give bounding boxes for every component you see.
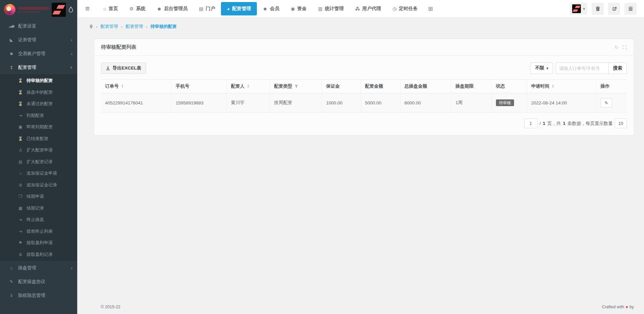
external-link-button[interactable]	[608, 3, 620, 15]
nav-item-user-agent[interactable]: ⁂ 用户代理	[350, 0, 387, 17]
col-margin: 保证金	[322, 80, 361, 93]
sort-icon[interactable]	[121, 84, 124, 88]
pie-chart-icon: ◕	[227, 6, 230, 11]
sidebar-item-label: 配资管理	[18, 64, 36, 71]
sort-icon[interactable]	[247, 84, 249, 88]
col-period: 操盘期限	[451, 80, 492, 93]
portal-icon: ▤	[199, 6, 203, 11]
nav-item-funds[interactable]: ◉ 资金	[285, 0, 312, 17]
breadcrumb-link[interactable]: 配资管理	[126, 24, 143, 30]
card-body: 导出EXCEL表 不限 ▾ 搜索	[94, 56, 634, 135]
external-link-icon	[612, 6, 617, 11]
expand-icon[interactable]	[623, 45, 627, 49]
pages-suffix: 页，共	[547, 121, 561, 127]
fast-forward-icon: ↠	[17, 217, 24, 222]
sidebar-subitem-add-margin-application[interactable]: ⌂ 追加保证金申请	[0, 168, 77, 179]
pagination: / 1 页，共 1 条数据，每页显示数量	[101, 119, 627, 128]
menu-list-button[interactable]: ≣	[625, 3, 637, 15]
bank-icon: ⌂	[17, 171, 24, 176]
grid-icon[interactable]: ⊞	[423, 5, 438, 12]
card-header: 待审核配资列表 ↻	[94, 39, 634, 56]
step-forward-icon: ⇥	[17, 113, 24, 118]
nav-item-statistics[interactable]: ▥ 统计管理	[312, 0, 349, 17]
nav-item-system[interactable]: ⚙ 系统	[124, 0, 151, 17]
avatar-dropdown-button[interactable]: ▾	[570, 3, 587, 15]
search-button[interactable]: 搜索	[608, 62, 627, 74]
sidebar-subitem-withdraw-profit-application[interactable]: ⚑ 提取盈利申请	[0, 237, 77, 249]
cell-apply-time: 2022-08-24 14:00	[527, 93, 596, 113]
refresh-icon[interactable]: ↻	[614, 45, 618, 50]
sidebar-item-allocation-settings[interactable]: ▂▄▆ 配资设置	[0, 19, 77, 33]
sidebar-item-securities-management[interactable]: ◣ 证券管理 ‹	[0, 33, 77, 47]
cell-period: 1周	[451, 93, 492, 113]
pagination-separator: /	[540, 121, 541, 126]
export-excel-button[interactable]: 导出EXCEL表	[101, 62, 146, 74]
nav-item-admin[interactable]: ☻ 后台管理员	[151, 0, 193, 17]
brand-logo	[4, 4, 15, 15]
page-input[interactable]	[524, 119, 538, 128]
filter-dropdown[interactable]: 不限 ▾	[530, 62, 553, 74]
nav-label: 首页	[108, 6, 118, 12]
pending-allocations-table: 订单号 手机号 配资人 配资类型 保证金 配资金额 总操盘金额 操盘期限 状态 …	[101, 79, 627, 113]
nav-item-allocation-management[interactable]: ◕ 配资管理	[221, 2, 257, 15]
sidebar-item-trading-account-management[interactable]: ☻ 交易账户管理 ‹	[0, 47, 77, 60]
subitem-label: 提取盈利申请	[27, 240, 53, 246]
bank-icon: ⌂	[8, 265, 15, 270]
subitem-label: 续期申请	[27, 193, 44, 199]
sidebar-subitem-expand-application[interactable]: ♙ 扩大配资申请	[0, 144, 77, 156]
hourglass-icon: ⌛	[17, 101, 24, 106]
money-icon: ◉	[291, 6, 295, 11]
list-lines-icon: ≣	[17, 252, 24, 257]
signal-icon: ▂▄▆	[8, 25, 15, 28]
main-area: ≡ ⌂ 首页 ⚙ 系统 ☻ 后台管理员 ▤ 门户	[77, 0, 644, 314]
search-input[interactable]	[556, 62, 609, 74]
hamburger-icon[interactable]: ≡	[77, 5, 98, 12]
page-size-input[interactable]	[615, 119, 627, 128]
edit-row-button[interactable]: ✎	[601, 98, 612, 107]
location-pin-icon	[89, 24, 93, 29]
sidebar-item-operation-management[interactable]: ⌂ 操盘管理 ‹	[0, 261, 77, 275]
card-title: 待审核配资列表	[101, 44, 136, 50]
sidebar-subitem-finished[interactable]: ⌛ 已结束配资	[0, 133, 77, 145]
sidebar-item-allocation-agreement[interactable]: ✎ 配资操盘协议	[0, 275, 77, 288]
sort-icon[interactable]	[552, 84, 554, 88]
nav-item-scheduled-tasks[interactable]: ◷ 定时任务	[387, 0, 423, 17]
breadcrumb: 配资管理 配资管理 待审核的配资	[77, 18, 644, 34]
nav-item-portal[interactable]: ▤ 门户	[193, 0, 221, 17]
pending-list-card: 待审核配资列表 ↻ 导出EXCEL表	[94, 38, 634, 135]
total-pages: 1	[543, 121, 545, 126]
col-order-no: 订单号	[101, 80, 172, 93]
sidebar-subitem-pending-review[interactable]: ⌛ 待审核的配资	[0, 75, 77, 87]
sidebar-subitem-withdraw-profit-records[interactable]: ≣ 提取盈利记录	[0, 249, 77, 261]
breadcrumb-link[interactable]: 配资管理	[100, 24, 118, 30]
sidebar-subitem-expand-records[interactable]: ▤ 扩大配资记录	[0, 156, 77, 168]
area-chart-icon: ◣	[8, 37, 15, 42]
sidebar-item-ex-rights-management[interactable]: ⇓ 除权除息管理	[0, 288, 77, 302]
cell-phone: 15958919883	[172, 93, 227, 113]
flag-icon: ⚑	[17, 240, 24, 245]
table-icon: ▦	[17, 206, 24, 211]
subitem-label: 续期记录	[27, 205, 44, 211]
subitem-label: 追加保证金记录	[27, 182, 57, 188]
file-icon: ❐	[17, 194, 24, 199]
filter-funnel-icon[interactable]	[294, 85, 298, 88]
nav-item-members[interactable]: ☻ 会员	[257, 0, 285, 17]
sidebar-subitem-terminate-operation[interactable]: ↠ 终止操盘	[0, 214, 77, 226]
breadcrumb-current: 待审核的配资	[150, 24, 177, 30]
sidebar-subitem-add-margin-records[interactable]: ≣ 追加保证金记录	[0, 179, 77, 191]
brand-area	[0, 0, 77, 19]
nav-item-home[interactable]: ⌂ 首页	[98, 0, 124, 17]
list-lines-icon: ≣	[17, 183, 24, 187]
sidebar-subitem-rejected[interactable]: ⌛ 未通过的配资	[0, 98, 77, 110]
sidebar-subitem-expiring-soon[interactable]: ▣ 即将到期配资	[0, 121, 77, 133]
subitem-label: 已结束配资	[27, 136, 48, 142]
sidebar-item-label: 证券管理	[18, 37, 36, 43]
sidebar-subitem-renewal-records[interactable]: ▦ 续期记录	[0, 203, 77, 214]
records-suffix: 条数据，每页显示数量	[567, 121, 613, 127]
trash-button[interactable]	[592, 3, 604, 15]
sidebar-subitem-renewal-application[interactable]: ❐ 续期申请	[0, 191, 77, 203]
sidebar-item-allocation-management[interactable]: ‡ 配资管理 ∨	[0, 60, 77, 74]
sidebar-subitem-in-operation[interactable]: ⌛ 操盘中的配资	[0, 87, 77, 98]
sidebar-subitem-expired[interactable]: ⇥ 到期配资	[0, 110, 77, 122]
sidebar-subitem-early-termination-list[interactable]: ⇥ 提前终止列表	[0, 226, 77, 237]
